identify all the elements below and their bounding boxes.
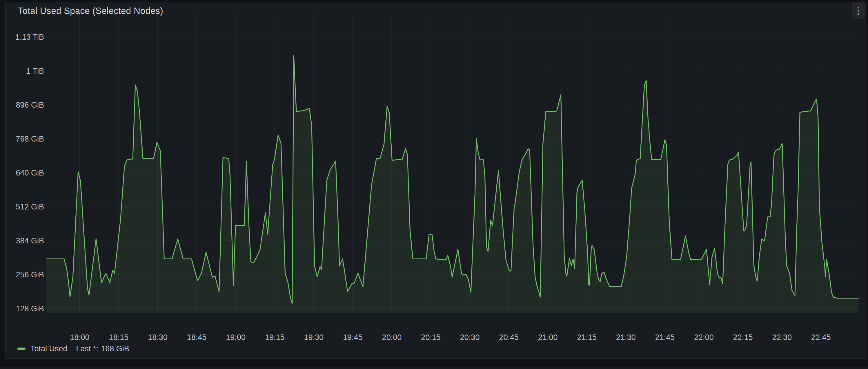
x-axis-label: 19:00 <box>226 333 246 342</box>
y-axis-label: 128 GiB <box>0 304 44 313</box>
x-axis-label: 18:00 <box>70 333 90 342</box>
y-axis-label: 896 GiB <box>0 101 44 110</box>
dashboard-background: Total Used Space (Selected Nodes) Total … <box>0 0 868 369</box>
x-axis-label: 20:00 <box>382 333 402 342</box>
x-axis-label: 22:00 <box>694 333 714 342</box>
x-axis-label: 18:30 <box>148 333 167 342</box>
next-panel-edge <box>0 367 868 369</box>
y-axis-label: 1.13 TiB <box>0 33 44 42</box>
y-axis-label: 512 GiB <box>0 202 44 211</box>
x-axis-label: 22:45 <box>811 333 831 342</box>
y-axis-label: 1 TiB <box>0 67 44 76</box>
x-axis-label: 21:30 <box>616 333 636 342</box>
x-axis-label: 20:45 <box>499 333 519 342</box>
x-axis-label: 20:30 <box>460 333 480 342</box>
x-axis-label: 21:00 <box>538 333 558 342</box>
time-series-chart-canvas[interactable] <box>0 0 868 369</box>
y-axis-label: 256 GiB <box>0 271 44 279</box>
x-axis-label: 21:15 <box>577 333 597 342</box>
x-axis-label: 20:15 <box>421 333 441 342</box>
x-axis-label: 22:30 <box>772 333 792 342</box>
y-axis-label: 768 GiB <box>0 135 44 144</box>
y-axis-label: 384 GiB <box>0 236 44 246</box>
y-axis-label: 640 GiB <box>0 169 44 177</box>
x-axis-label: 19:30 <box>304 333 324 342</box>
x-axis-label: 22:15 <box>733 333 753 342</box>
x-axis-label: 21:45 <box>655 333 675 342</box>
x-axis-label: 19:15 <box>265 333 285 342</box>
x-axis-label: 19:45 <box>343 333 363 342</box>
x-axis-label: 18:45 <box>187 333 207 342</box>
x-axis-label: 18:15 <box>109 333 129 342</box>
